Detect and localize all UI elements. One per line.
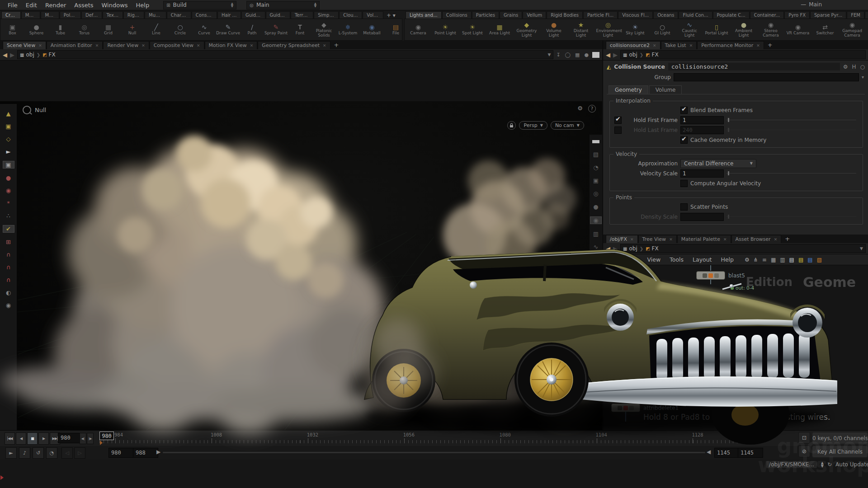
folder-tab[interactable]: Volume	[649, 85, 682, 94]
toolbar-icon[interactable]: ∩	[3, 264, 14, 271]
menu-item[interactable]: Assets	[70, 2, 97, 9]
toolbar-icon[interactable]: ▣	[3, 123, 14, 130]
close-tab-icon[interactable]: ✕	[197, 43, 200, 48]
toolbar-icon[interactable]: ◐	[3, 289, 14, 296]
shelf-tab[interactable]: Rigging	[123, 11, 144, 19]
path-field[interactable]: ▦ obj ❯ ◩ FX ▼	[17, 50, 553, 59]
close-tab-icon[interactable]: ✕	[38, 43, 42, 48]
back-arrow-icon[interactable]: ◀	[3, 52, 7, 58]
playbar-option-button[interactable]: ►	[5, 447, 17, 459]
forward-arrow-icon[interactable]: ▶	[613, 245, 618, 252]
shelf-tab[interactable]: Populate C...	[713, 11, 750, 19]
viewport-toolbar-icon[interactable]: ◔	[590, 164, 601, 171]
shelf-tab[interactable]: Volume	[363, 11, 383, 19]
key-icon[interactable]: ⊘	[798, 446, 810, 457]
shelf-tool-button[interactable]: ▮ Tube	[48, 22, 72, 38]
hold-first-frame-checkbox[interactable]	[614, 117, 622, 124]
network-canvas[interactable]: Edition Geome st3 blast5 out: 0-4 ert3	[603, 265, 868, 431]
update-mode-dropdown[interactable]: Auto Update	[835, 461, 868, 468]
shelf-tool-button[interactable]: ◆ Platonic Solids	[312, 22, 336, 38]
breadcrumb-obj[interactable]: ▦ obj	[623, 245, 637, 252]
shelf-tool-button[interactable]: ▣ Box	[0, 22, 24, 38]
shelf-tool-button[interactable]: ◉ Camera	[405, 22, 432, 38]
shelf-tool-button[interactable]: ▦ Area Light	[486, 22, 513, 38]
shelf-tab[interactable]: Rigid Bodies	[547, 11, 583, 19]
shelf-tab[interactable]: Sparse Pyr...	[810, 11, 846, 19]
shelf-tool-button[interactable]: ☀ Spot Light	[459, 22, 486, 38]
network-toolbar-icon[interactable]: ▤	[789, 257, 794, 263]
node-flag-right[interactable]	[629, 406, 634, 410]
add-pane-tab-button[interactable]: +	[331, 42, 342, 48]
compute-angular-velocity-checkbox[interactable]	[680, 180, 688, 187]
pane-tab[interactable]: Asset Browser ✕	[731, 235, 782, 243]
timeline-ruler[interactable]: 984100810321056108011041128 980	[99, 431, 762, 446]
pathbar-icon[interactable]: ▦	[575, 52, 580, 58]
param-header-icon[interactable]: ⚙	[843, 64, 848, 70]
menu-item[interactable]: Help	[132, 2, 154, 9]
add-pane-tab-button[interactable]: +	[764, 42, 776, 48]
shelf-tab[interactable]: Deform	[81, 11, 102, 19]
key-all-channels-button[interactable]: Key All Channels	[812, 446, 868, 458]
toolbar-icon[interactable]: ▣	[3, 161, 14, 169]
shelf-tool-button[interactable]: ◆ Geometry Light	[513, 22, 540, 38]
shelf-tool-button[interactable]: ▯ Portal Light	[703, 22, 730, 38]
pane-tab[interactable]: Take List ✕	[661, 41, 697, 49]
pane-tab[interactable]: Motion FX View ✕	[205, 41, 258, 49]
shelf-tool-button[interactable]: ╱ Line	[144, 22, 168, 38]
breadcrumb-fx[interactable]: ◩ FX	[646, 52, 659, 58]
close-tab-icon[interactable]: ✕	[323, 43, 326, 48]
pane-tab[interactable]: Animation Editor ✕	[47, 41, 103, 49]
viewport-toolbar-icon[interactable]: ●	[590, 203, 601, 210]
viewport-3d[interactable]: ▲▣◇►▣●◉*∴✔⊞∩∩∩◐◉ Null ⚙ ?	[0, 101, 602, 471]
menu-item[interactable]: File	[4, 2, 22, 9]
network-menu-item[interactable]: Tools	[665, 256, 688, 263]
shelf-tool-button[interactable]: ● Ambient Light	[730, 22, 757, 38]
shelf-tool-button[interactable]: ▦ Grid	[96, 22, 120, 38]
viewport-toolbar-icon[interactable]: ◉	[590, 216, 602, 224]
lock-view-button[interactable]	[507, 121, 516, 130]
velocity-scale-input[interactable]: 1	[680, 169, 724, 178]
shelf-tool-button[interactable]: ● Sphere	[24, 22, 48, 38]
folder-tab[interactable]: Geometry	[609, 85, 648, 94]
shelf-tab[interactable]: Collisions	[442, 11, 472, 19]
toolbar-icon[interactable]: *	[3, 200, 14, 206]
shelf-tab[interactable]: Create	[1, 11, 21, 19]
scatter-points-checkbox[interactable]	[680, 203, 688, 211]
shelf-tab[interactable]: Hair Utils	[217, 11, 241, 19]
shelf-tool-button[interactable]: ☀ Sky Light	[622, 22, 649, 38]
close-tab-icon[interactable]: ✕	[630, 237, 634, 242]
viewport-toolbar-icon[interactable]: ▧	[590, 151, 601, 158]
hold-first-frame-input[interactable]: 1	[680, 116, 724, 124]
shelf-tool-button[interactable]: ∿ Curve	[192, 22, 216, 38]
network-toolbar-icon[interactable]: ▤	[798, 257, 803, 263]
add-shelf-tab-button[interactable]: + ▾	[384, 12, 398, 19]
network-toolbar-icon[interactable]: ⚙	[745, 257, 750, 263]
viewport-toolbar-icon[interactable]: ◎	[590, 190, 601, 197]
hold-last-frame-input[interactable]: 240	[680, 126, 724, 134]
range-handle-left[interactable]: ▶	[156, 449, 160, 455]
pane-tab[interactable]: Tree View ✕	[638, 235, 677, 243]
toolbar-icon[interactable]: ∩	[3, 277, 14, 283]
shelf-tab[interactable]: Pyro FX	[784, 11, 810, 19]
network-menu-item[interactable]: View	[643, 256, 665, 263]
node-name-field[interactable]: collisionsource2	[668, 63, 840, 70]
toolbar-icon[interactable]: ✔	[3, 225, 14, 233]
toolbar-icon[interactable]: ◇	[3, 136, 14, 142]
shelf-tab[interactable]: Particles	[472, 11, 499, 19]
close-tab-icon[interactable]: ✕	[142, 43, 145, 48]
viewport-toolbar-icon[interactable]: ◑	[590, 257, 601, 263]
network-toolbar-icon[interactable]: ▦	[771, 257, 776, 263]
shelf-tab[interactable]: Model	[41, 11, 59, 19]
help-icon[interactable]: ?	[588, 105, 596, 113]
close-tab-icon[interactable]: ✕	[669, 237, 673, 242]
param-header-icon[interactable]: H	[852, 64, 856, 70]
current-frame-field[interactable]: 980	[58, 433, 82, 443]
shelf-tab[interactable]: Modify	[21, 11, 41, 19]
node-flag-right[interactable]	[714, 273, 719, 278]
viewport-toolbar-icon[interactable]: ◌	[590, 270, 601, 277]
playback-end-field[interactable]: 1145	[714, 448, 740, 458]
shelf-tool-button[interactable]: ★ Distant Light	[567, 22, 594, 38]
toolbar-icon[interactable]: ⊞	[3, 239, 14, 245]
persp-selector[interactable]: Persp ▼	[519, 121, 547, 130]
network-toolbar-icon[interactable]: ▥	[780, 257, 785, 263]
